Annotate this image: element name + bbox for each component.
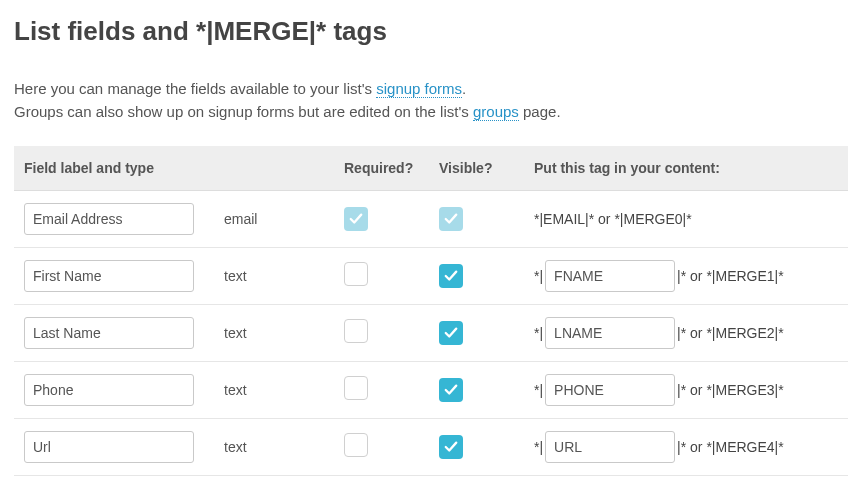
merge-tag-input[interactable] bbox=[545, 431, 675, 463]
th-label: Field label and type bbox=[14, 146, 334, 191]
field-type: text bbox=[214, 247, 334, 304]
visible-checkbox[interactable] bbox=[439, 435, 463, 459]
field-type: email bbox=[214, 190, 334, 247]
field-label-input[interactable] bbox=[24, 374, 194, 406]
signup-forms-link[interactable]: signup forms bbox=[376, 80, 462, 98]
intro-line1-pre: Here you can manage the fields available… bbox=[14, 80, 376, 97]
intro-line2-post: page. bbox=[519, 103, 561, 120]
groups-link[interactable]: groups bbox=[473, 103, 519, 121]
merge-tag-input[interactable] bbox=[545, 374, 675, 406]
field-label-input[interactable] bbox=[24, 260, 194, 292]
visible-checkbox[interactable] bbox=[439, 264, 463, 288]
tag-suffix: |* or *|MERGE2|* bbox=[677, 325, 784, 341]
th-tag: Put this tag in your content: bbox=[524, 146, 848, 191]
field-label-input[interactable] bbox=[24, 431, 194, 463]
tag-prefix: *| bbox=[534, 325, 543, 341]
th-visible: Visible? bbox=[429, 146, 524, 191]
required-checkbox[interactable] bbox=[344, 319, 368, 343]
fields-table: Field label and type Required? Visible? … bbox=[14, 146, 848, 476]
merge-tag-input[interactable] bbox=[545, 317, 675, 349]
th-required: Required? bbox=[334, 146, 429, 191]
field-type: text bbox=[214, 304, 334, 361]
merge-tag-static: *|EMAIL|* or *|MERGE0|* bbox=[534, 211, 692, 227]
table-row: email*|EMAIL|* or *|MERGE0|* bbox=[14, 190, 848, 247]
required-checkbox[interactable] bbox=[344, 376, 368, 400]
field-label-input[interactable] bbox=[24, 317, 194, 349]
required-checkbox[interactable] bbox=[344, 262, 368, 286]
table-row: text*| |* or *|MERGE3|* bbox=[14, 361, 848, 418]
intro-text: Here you can manage the fields available… bbox=[14, 77, 848, 124]
table-header-row: Field label and type Required? Visible? … bbox=[14, 146, 848, 191]
visible-checkbox[interactable] bbox=[439, 207, 463, 231]
tag-prefix: *| bbox=[534, 439, 543, 455]
intro-line2-pre: Groups can also show up on signup forms … bbox=[14, 103, 473, 120]
tag-prefix: *| bbox=[534, 382, 543, 398]
field-type: text bbox=[214, 418, 334, 475]
visible-checkbox[interactable] bbox=[439, 321, 463, 345]
page-title: List fields and *|MERGE|* tags bbox=[14, 16, 848, 47]
table-row: text*| |* or *|MERGE2|* bbox=[14, 304, 848, 361]
tag-suffix: |* or *|MERGE4|* bbox=[677, 439, 784, 455]
tag-suffix: |* or *|MERGE1|* bbox=[677, 268, 784, 284]
visible-checkbox[interactable] bbox=[439, 378, 463, 402]
tag-prefix: *| bbox=[534, 268, 543, 284]
field-type: text bbox=[214, 361, 334, 418]
table-row: text*| |* or *|MERGE4|* bbox=[14, 418, 848, 475]
required-checkbox[interactable] bbox=[344, 207, 368, 231]
tag-suffix: |* or *|MERGE3|* bbox=[677, 382, 784, 398]
required-checkbox[interactable] bbox=[344, 433, 368, 457]
intro-line1-post: . bbox=[462, 80, 466, 97]
table-row: text*| |* or *|MERGE1|* bbox=[14, 247, 848, 304]
merge-tag-input[interactable] bbox=[545, 260, 675, 292]
field-label-input[interactable] bbox=[24, 203, 194, 235]
